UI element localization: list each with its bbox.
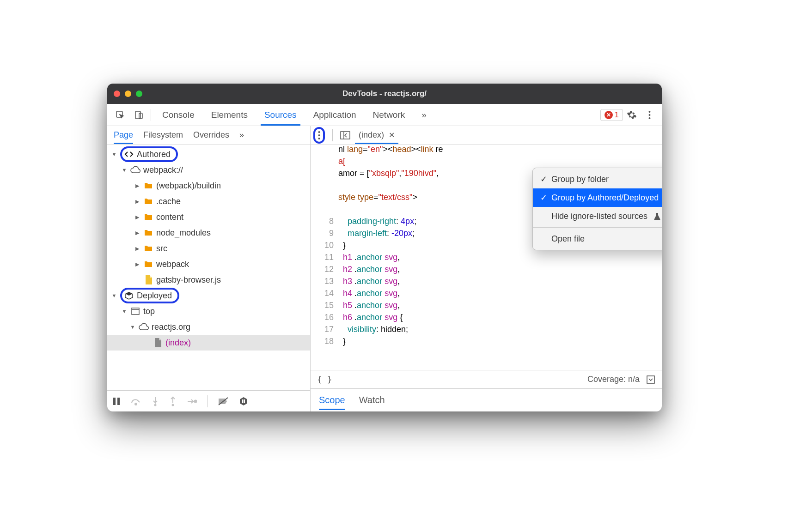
cloud-icon (139, 322, 149, 332)
tree-domain[interactable]: reactjs.org (107, 319, 310, 335)
svg-point-12 (172, 404, 174, 406)
js-file-icon (143, 275, 153, 285)
collapse-bottom-icon[interactable] (646, 375, 655, 384)
debugger-toolbar (107, 390, 310, 411)
device-mode-icon[interactable] (129, 110, 148, 120)
tree-index-file[interactable]: (index) (107, 335, 310, 351)
error-count: 1 (615, 110, 619, 120)
code-icon (124, 149, 134, 159)
tree-authored[interactable]: Authored (107, 146, 310, 162)
step-icon[interactable] (187, 398, 197, 405)
inspect-icon[interactable] (111, 110, 129, 120)
folder-icon (143, 196, 153, 206)
step-out-icon[interactable] (169, 396, 177, 406)
nav-tab-page[interactable]: Page (114, 127, 133, 144)
cloud-icon (130, 165, 140, 175)
file-tab-index[interactable]: (index) ✕ (355, 126, 398, 144)
pause-on-exceptions-icon[interactable] (239, 397, 248, 406)
error-badge[interactable]: ✕ 1 (600, 109, 623, 121)
step-into-icon[interactable] (152, 396, 159, 406)
deployed-icon (124, 290, 134, 301)
main-menu-icon[interactable] (641, 110, 658, 120)
navigator-tabs: Page Filesystem Overrides » (107, 126, 310, 145)
window-title: DevTools - reactjs.org/ (107, 89, 662, 98)
svg-rect-6 (132, 308, 139, 314)
step-over-icon[interactable] (130, 397, 141, 406)
file-tree: Authored webpack:// (webpack)/buildin .c… (107, 145, 310, 390)
menu-hide-ignore-listed[interactable]: Hide ignore-listed sources (533, 207, 662, 225)
folder-icon (143, 181, 153, 191)
folder-icon (143, 259, 153, 269)
tree-top[interactable]: top (107, 303, 310, 319)
toggle-navigator-icon[interactable] (340, 131, 350, 139)
svg-point-17 (318, 131, 320, 133)
devtools-window: DevTools - reactjs.org/ Console Elements… (107, 84, 662, 411)
close-tab-icon[interactable]: ✕ (389, 131, 395, 139)
deployed-label: Deployed (137, 291, 172, 301)
svg-point-3 (648, 111, 650, 113)
drawer-tab-watch[interactable]: Watch (359, 390, 385, 410)
tab-elements[interactable]: Elements (203, 104, 256, 126)
nav-tab-filesystem[interactable]: Filesystem (143, 127, 183, 144)
tree-folder[interactable]: content (107, 209, 310, 225)
tab-network[interactable]: Network (365, 104, 414, 126)
tree-deployed[interactable]: Deployed (107, 288, 310, 303)
tree-webpack[interactable]: webpack:// (107, 162, 310, 178)
deactivate-breakpoints-icon[interactable] (218, 397, 229, 406)
coverage-label: Coverage: n/a (587, 375, 640, 384)
drawer-tab-scope[interactable]: Scope (319, 390, 345, 410)
menu-open-file[interactable]: Open file⌘ P (533, 230, 662, 248)
folder-icon (143, 243, 153, 254)
titlebar: DevTools - reactjs.org/ (107, 84, 662, 104)
svg-rect-16 (244, 399, 245, 403)
beaker-icon (654, 212, 660, 220)
tabs-overflow[interactable]: » (413, 104, 435, 126)
menu-group-by-folder[interactable]: ✓Group by folder (533, 170, 662, 188)
pause-icon[interactable] (113, 397, 120, 406)
error-icon: ✕ (604, 111, 613, 119)
svg-point-19 (318, 138, 320, 139)
svg-point-11 (154, 404, 157, 406)
svg-rect-1 (135, 111, 140, 119)
svg-point-13 (195, 400, 197, 402)
svg-rect-15 (242, 399, 243, 403)
nav-tabs-overflow[interactable]: » (239, 127, 244, 144)
main-toolbar: Console Elements Sources Application Net… (107, 104, 662, 126)
svg-point-18 (318, 134, 320, 136)
svg-rect-9 (117, 398, 120, 405)
svg-rect-22 (647, 376, 654, 383)
tab-console[interactable]: Console (154, 104, 203, 126)
document-icon (153, 338, 163, 348)
tree-folder[interactable]: webpack (107, 256, 310, 272)
editor-area: (index) ✕ nl lang="en"><head><link rea[a… (311, 126, 662, 411)
settings-icon[interactable] (623, 110, 641, 120)
navigator-sidebar: Page Filesystem Overrides » Authored (107, 126, 311, 411)
svg-rect-8 (113, 398, 116, 405)
menu-group-by-authored[interactable]: ✓Group by Authored/Deployed (533, 188, 662, 207)
editor-tabs: (index) ✕ (311, 126, 662, 145)
tree-folder[interactable]: .cache (107, 193, 310, 209)
tree-folder[interactable]: node_modules (107, 225, 310, 241)
tree-file-js[interactable]: gatsby-browser.js (107, 272, 310, 288)
tab-application[interactable]: Application (305, 104, 365, 126)
folder-icon (143, 212, 153, 222)
svg-point-4 (648, 114, 650, 116)
editor-statusbar: { } Coverage: n/a (311, 370, 662, 388)
more-options-button[interactable] (313, 127, 325, 144)
pretty-print-button[interactable]: { } (317, 375, 332, 384)
svg-point-10 (135, 403, 137, 405)
svg-point-5 (648, 117, 650, 119)
sources-options-menu: ✓Group by folder ✓Group by Authored/Depl… (532, 168, 662, 250)
tree-folder[interactable]: src (107, 241, 310, 256)
tab-sources[interactable]: Sources (256, 104, 305, 126)
folder-icon (143, 228, 153, 238)
debugger-drawer: Scope Watch (311, 388, 662, 411)
nav-tab-overrides[interactable]: Overrides (193, 127, 229, 144)
panel-tabs: Console Elements Sources Application Net… (154, 104, 435, 126)
frame-icon (130, 306, 140, 316)
authored-label: Authored (137, 150, 171, 159)
tree-folder[interactable]: (webpack)/buildin (107, 178, 310, 193)
